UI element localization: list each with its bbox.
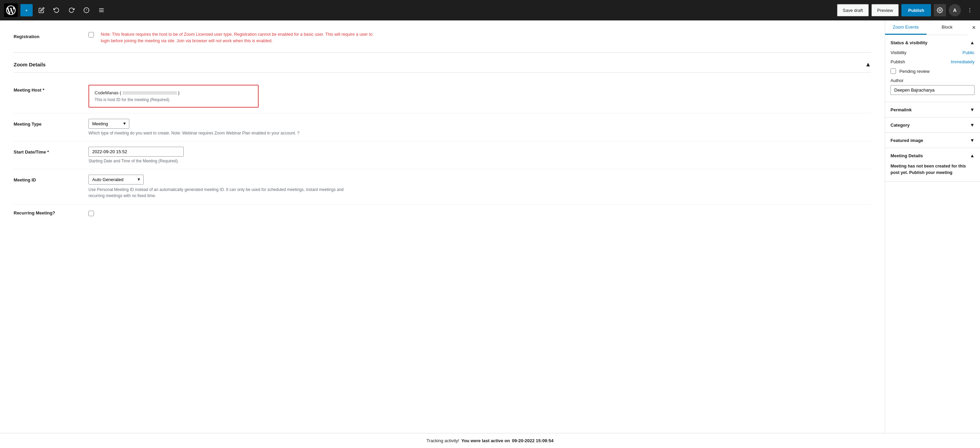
edit-button[interactable] [35, 4, 48, 16]
svg-point-6 [939, 10, 941, 11]
permalink-header[interactable]: Permalink ▼ [885, 102, 980, 117]
footer-active-text: You were last active on [461, 438, 510, 443]
start-datetime-label: Start Date/Time * [14, 147, 82, 155]
zoom-details-section: Zoom Details ▲ Meeting Host * CodeManas … [14, 61, 871, 222]
author-select[interactable]: Deepen Bajracharya [891, 85, 975, 95]
footer-tracking-text: Tracking activity! [426, 438, 459, 443]
category-header[interactable]: Category ▼ [885, 118, 980, 132]
status-visibility-content: Visibility Public Publish Immediately Pe… [885, 50, 980, 102]
author-select-wrapper: Deepen Bajracharya [891, 85, 975, 95]
preview-button[interactable]: Preview [872, 4, 899, 16]
status-visibility-header[interactable]: Status & visibility ▲ [885, 35, 980, 50]
recurring-meeting-row: Recurring Meeting? [14, 205, 871, 222]
meeting-host-row: Meeting Host * CodeManas ( ) This is hos… [14, 79, 871, 113]
visibility-row: Visibility Public [891, 50, 975, 55]
svg-point-8 [969, 10, 970, 11]
start-datetime-hint: Starting Date and Time of the Meeting (R… [89, 159, 871, 163]
author-row: Author Deepen Bajracharya [891, 78, 975, 95]
meeting-details-title: Meeting Details [891, 153, 923, 158]
meeting-host-label: Meeting Host * [14, 85, 82, 92]
redo-button[interactable] [65, 4, 78, 16]
meeting-id-row: Meeting ID Auto Generated Personal Meeti… [14, 169, 871, 205]
footer: Tracking activity! You were last active … [0, 433, 980, 448]
footer-active-date: 09-20-2022 15:09:54 [512, 438, 553, 443]
sidebar-close-button[interactable]: × [968, 22, 980, 34]
host-hint: This is host ID for the meeting (Require… [95, 97, 253, 102]
zoom-details-chevron[interactable]: ▲ [865, 61, 871, 68]
info-button[interactable] [80, 4, 92, 16]
meeting-details-header[interactable]: Meeting Details ▲ [885, 148, 980, 163]
meeting-id-hint: Use Personal Meeting ID instead of an au… [89, 187, 347, 199]
svg-point-9 [969, 11, 970, 12]
registration-label: Registration [14, 31, 82, 39]
add-new-button[interactable]: + [21, 4, 33, 16]
zoom-details-title: Zoom Details [14, 62, 46, 67]
publish-value[interactable]: Immediately [951, 59, 975, 64]
tab-zoom-events[interactable]: Zoom Events [885, 21, 927, 35]
featured-image-title: Featured image [891, 138, 923, 143]
host-box[interactable]: CodeManas ( ) This is host ID for the me… [89, 85, 259, 108]
meeting-id-select-wrapper: Auto Generated Personal Meeting ID ▼ [89, 175, 143, 185]
featured-image-chevron-icon: ▼ [970, 137, 975, 143]
pending-review-checkbox[interactable] [891, 69, 896, 74]
meeting-type-content: Meeting Webinar ▼ Which type of meeting … [89, 119, 871, 136]
category-section: Category ▼ [885, 118, 980, 133]
meeting-id-select[interactable]: Auto Generated Personal Meeting ID [89, 175, 143, 185]
sidebar: Zoom Events Block × Status & visibility … [885, 21, 980, 448]
host-id-blur [123, 91, 177, 95]
sidebar-tabs: Zoom Events Block [885, 21, 968, 35]
status-visibility-title: Status & visibility [891, 40, 927, 45]
zoom-details-header: Zoom Details ▲ [14, 61, 871, 73]
layout: Registration Note: This feature requires… [0, 21, 980, 448]
pending-review-label: Pending review [899, 69, 930, 74]
featured-image-section: Featured image ▼ [885, 133, 980, 148]
meeting-id-label: Meeting ID [14, 175, 82, 182]
meeting-type-label: Meeting Type [14, 119, 82, 127]
meeting-type-select-wrapper: Meeting Webinar ▼ [89, 119, 129, 129]
status-visibility-section: Status & visibility ▲ Visibility Public … [885, 35, 980, 102]
registration-row: Registration Note: This feature requires… [14, 31, 871, 44]
publish-button[interactable]: Publish [901, 4, 931, 16]
start-datetime-input[interactable] [89, 147, 184, 156]
start-datetime-row: Start Date/Time * Starting Date and Time… [14, 141, 871, 169]
publish-label: Publish [891, 59, 905, 64]
meeting-host-content: CodeManas ( ) This is host ID for the me… [89, 85, 871, 108]
tab-block[interactable]: Block [927, 21, 968, 35]
wordpress-logo [4, 3, 18, 17]
visibility-label: Visibility [891, 50, 907, 55]
registration-section: Registration Note: This feature requires… [14, 31, 871, 53]
more-options-button[interactable] [964, 4, 976, 16]
meeting-type-hint: Which type of meeting do you want to cre… [89, 131, 871, 136]
recurring-meeting-checkbox[interactable] [89, 211, 94, 216]
block-toolbar-button[interactable] [95, 4, 108, 16]
featured-image-header[interactable]: Featured image ▼ [885, 133, 980, 148]
undo-button[interactable] [50, 4, 63, 16]
pending-review-row: Pending review [891, 69, 975, 74]
registration-note: Note: This feature requires the host to … [101, 31, 373, 44]
svg-point-7 [969, 8, 970, 9]
meeting-id-content: Auto Generated Personal Meeting ID ▼ Use… [89, 175, 871, 199]
main-content: Registration Note: This feature requires… [0, 21, 885, 448]
category-title: Category [891, 123, 910, 128]
permalink-chevron-icon: ▼ [970, 107, 975, 112]
settings-button[interactable] [934, 4, 946, 16]
meeting-details-content: Meeting has not been created for this po… [885, 163, 980, 182]
meeting-details-text: Meeting has not been created for this po… [891, 163, 975, 176]
host-name: CodeManas ( ) [95, 90, 253, 95]
category-chevron-icon: ▼ [970, 122, 975, 128]
meeting-details-chevron-icon: ▲ [970, 153, 975, 158]
meeting-type-select[interactable]: Meeting Webinar [89, 119, 129, 129]
registration-checkbox[interactable] [89, 32, 94, 37]
topbar: + Save draft Preview Publish A [0, 0, 980, 21]
author-label: Author [891, 78, 975, 83]
status-visibility-chevron-icon: ▲ [970, 40, 975, 45]
sidebar-tabs-row: Zoom Events Block × [885, 21, 980, 35]
visibility-value[interactable]: Public [963, 50, 975, 55]
save-draft-button[interactable]: Save draft [837, 4, 869, 16]
meeting-details-section: Meeting Details ▲ Meeting has not been c… [885, 148, 980, 182]
avatar-button[interactable]: A [949, 4, 961, 16]
permalink-title: Permalink [891, 107, 912, 112]
publish-row: Publish Immediately [891, 59, 975, 64]
permalink-section: Permalink ▼ [885, 102, 980, 118]
recurring-meeting-label: Recurring Meeting? [14, 210, 82, 215]
